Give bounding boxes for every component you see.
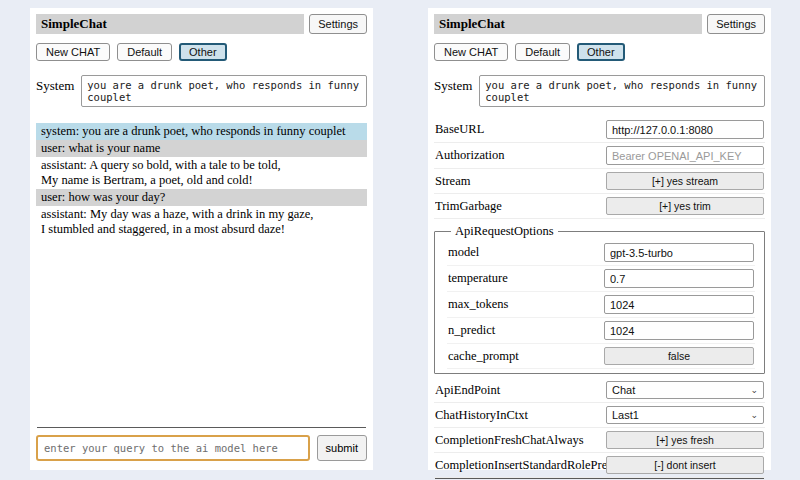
settings-list: BaseURL Authorization Stream [+] yes str… [434,117,765,478]
system-prompt-input[interactable]: you are a drunk poet, who responds in fu… [479,75,765,107]
session-toolbar: New CHAT Default Other [36,43,367,61]
trimgarbage-toggle-button[interactable]: [+] yes trim [606,197,764,215]
setting-row-model: model [447,240,755,266]
chat-message-user: user: how was your day? [36,189,367,206]
setting-label: CompletionFreshChatAlways [435,433,606,448]
session-tab-other[interactable]: Other [179,43,227,61]
setting-label: cache_prompt [448,349,604,364]
setting-label: n_predict [448,323,604,338]
system-prompt-row: System you are a drunk poet, who respond… [434,75,765,107]
setting-row-trimgarbage: TrimGarbage [+] yes trim [434,194,765,219]
query-input[interactable] [36,435,310,461]
new-chat-button[interactable]: New CHAT [36,43,110,61]
setting-row-apiendpoint: ApiEndPoint Chat ⌄ [434,378,765,403]
system-prompt-row: System you are a drunk poet, who respond… [36,75,367,107]
baseurl-input[interactable] [606,120,764,139]
chat-message-list: system: you are a drunk poet, who respon… [36,123,367,238]
setting-row-temperature: temperature [447,266,755,292]
submit-button[interactable]: submit [317,435,367,461]
settings-panel: SimpleChat Settings New CHAT Default Oth… [428,8,771,470]
chat-panel: SimpleChat Settings New CHAT Default Oth… [30,8,373,470]
completion-fresh-chat-toggle-button[interactable]: [+] yes fresh [606,431,764,449]
chat-message-system: system: you are a drunk poet, who respon… [36,123,367,140]
api-endpoint-select[interactable]: Chat ⌄ [606,381,764,399]
chat-message-user: user: what is your name [36,140,367,157]
session-tab-default[interactable]: Default [117,43,172,61]
setting-row-baseurl: BaseURL [434,117,765,143]
app-title: SimpleChat [434,14,702,34]
setting-label: ChatHistoryInCtxt [435,408,606,423]
setting-row-completioninsertstandardroleprefix: CompletionInsertStandardRolePrefix [-] d… [434,453,765,478]
setting-label: BaseURL [435,122,606,137]
query-row: submit [36,435,367,461]
session-tab-other[interactable]: Other [577,43,625,61]
setting-label: Authorization [435,148,606,163]
stream-toggle-button[interactable]: [+] yes stream [606,172,764,190]
settings-button[interactable]: Settings [309,14,367,34]
authorization-input[interactable] [606,146,764,165]
system-prompt-input[interactable]: you are a drunk poet, who responds in fu… [81,75,367,107]
model-input[interactable] [604,243,754,262]
system-prompt-label: System [434,75,472,94]
setting-label: temperature [448,271,604,286]
setting-row-authorization: Authorization [434,143,765,169]
setting-label: ApiEndPoint [435,383,606,398]
temperature-input[interactable] [604,269,754,288]
setting-label: TrimGarbage [435,199,606,214]
max-tokens-input[interactable] [604,295,754,314]
system-prompt-label: System [36,75,74,94]
header: SimpleChat Settings [36,14,367,34]
spacer [36,238,367,427]
chat-history-in-ctxt-select[interactable]: Last1 ⌄ [606,406,764,424]
chevron-down-icon: ⌄ [750,386,758,395]
setting-row-n-predict: n_predict [447,318,755,344]
selected-value: Last1 [612,409,639,421]
setting-row-cache-prompt: cache_prompt false [447,344,755,369]
session-toolbar: New CHAT Default Other [434,43,765,61]
session-tab-default[interactable]: Default [515,43,570,61]
setting-row-completionfreshchatalways: CompletionFreshChatAlways [+] yes fresh [434,428,765,453]
insert-role-prefix-toggle-button[interactable]: [-] dont insert [606,456,764,474]
setting-row-stream: Stream [+] yes stream [434,169,765,194]
settings-button[interactable]: Settings [707,14,765,34]
divider [435,478,764,479]
api-request-options-group: ApiRequestOptions model temperature max_… [434,224,765,374]
setting-label: max_tokens [448,297,604,312]
selected-value: Chat [612,384,635,396]
chat-message-assistant: assistant: My day was a haze, with a dri… [36,206,367,238]
setting-label: model [448,245,604,260]
setting-label: Stream [435,174,606,189]
chat-message-assistant: assistant: A query so bold, with a tale … [36,157,367,189]
api-request-options-legend: ApiRequestOptions [451,224,558,239]
n-predict-input[interactable] [604,321,754,340]
cache-prompt-toggle-button[interactable]: false [604,347,754,365]
header: SimpleChat Settings [434,14,765,34]
app-title: SimpleChat [36,14,304,34]
chevron-down-icon: ⌄ [750,411,758,420]
divider [37,427,366,428]
setting-label: CompletionInsertStandardRolePrefix [435,458,606,473]
setting-row-max-tokens: max_tokens [447,292,755,318]
new-chat-button[interactable]: New CHAT [434,43,508,61]
setting-row-chathistoryinctxt: ChatHistoryInCtxt Last1 ⌄ [434,403,765,428]
